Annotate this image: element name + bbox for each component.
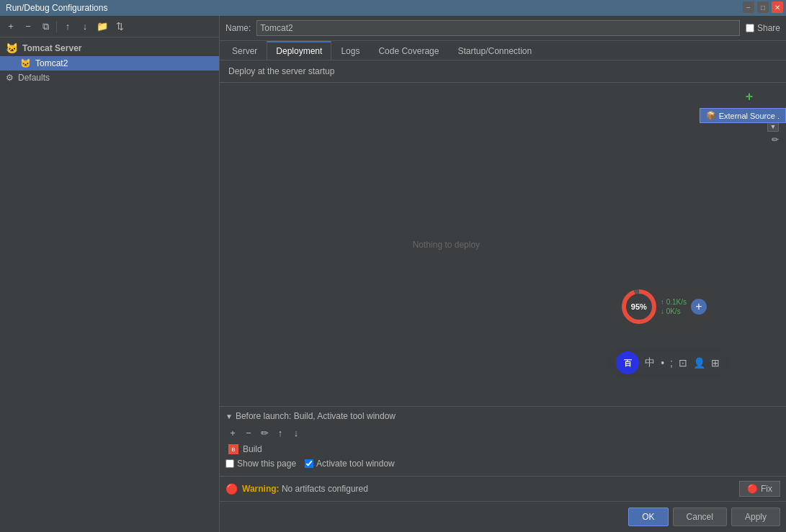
ok-button[interactable]: OK: [628, 508, 668, 526]
empty-deploy-message: Nothing to deploy: [413, 240, 480, 250]
apply-button[interactable]: Apply: [731, 508, 780, 526]
bl-remove-button[interactable]: −: [241, 425, 256, 440]
baidu-logo: 百: [616, 351, 639, 374]
defaults-label: Defaults: [18, 73, 50, 83]
fix-button[interactable]: 🔴 Fix: [739, 481, 780, 497]
cpu-download: ↓ 0K/s: [661, 307, 687, 315]
share-area: Share: [746, 23, 780, 33]
edit-icon[interactable]: ✏: [772, 135, 779, 145]
cpu-percent: 95%: [626, 294, 652, 320]
sort-button[interactable]: ⇅: [112, 19, 128, 35]
build-label: Build: [243, 444, 262, 454]
close-button[interactable]: ✕: [772, 1, 783, 13]
tab-server[interactable]: Server: [223, 41, 267, 60]
add-icon: +: [746, 89, 754, 104]
cpu-circle: 95%: [622, 289, 656, 324]
activate-window-checkbox[interactable]: [305, 459, 313, 468]
tree-item-tomcat2[interactable]: 🐱 Tomcat2: [0, 56, 219, 71]
external-source-label: External Source .: [719, 112, 780, 120]
activate-window-row: Activate tool window: [305, 459, 395, 469]
deploy-area: + 📦 External Source . ▲ ▼ ✏ Nothing to d…: [220, 83, 786, 406]
cpu-stats: ↑ 0.1K/s ↓ 0K/s: [661, 298, 687, 315]
fix-label: Fix: [761, 484, 772, 494]
share-label: Share: [757, 23, 780, 33]
defaults-icon: ⚙: [6, 73, 14, 83]
scroll-down-arrow[interactable]: ▼: [767, 122, 779, 132]
deploy-header-text: Deploy at the server startup: [228, 66, 334, 76]
baidu-icon-1[interactable]: 中: [645, 356, 655, 369]
copy-config-button[interactable]: ⧉: [37, 19, 53, 35]
warning-bar: 🔴 Warning: No artifacts configured 🔴 Fix: [220, 476, 786, 501]
tab-logs[interactable]: Logs: [331, 41, 369, 60]
baidu-icon-3[interactable]: ;: [670, 357, 673, 369]
maximize-button[interactable]: □: [757, 1, 769, 13]
tabs-bar: Server Deployment Logs Code Coverage Sta…: [220, 41, 786, 60]
before-launch-toolbar: + − ✏ ↑ ↓: [225, 425, 780, 440]
external-source-icon: 📦: [706, 111, 716, 120]
move-up-button[interactable]: ↑: [60, 19, 76, 35]
before-launch-header: ▼ Before launch: Build, Activate tool wi…: [225, 411, 780, 421]
baidu-icon-4[interactable]: ⊡: [679, 357, 687, 369]
warning-label: Warning:: [242, 484, 280, 494]
before-launch-options: Show this page Activate tool window: [225, 456, 780, 472]
left-toolbar: + − ⧉ ↑ ↓ 📁 ⇅: [0, 16, 219, 37]
move-down-button[interactable]: ↓: [77, 19, 93, 35]
cpu-add-button[interactable]: +: [691, 299, 707, 315]
show-page-row: Show this page: [225, 459, 296, 469]
cpu-widget: 95% ↑ 0.1K/s ↓ 0K/s +: [615, 287, 714, 327]
folder-button[interactable]: 📁: [94, 19, 110, 35]
window-controls: − □ ✕: [743, 1, 783, 13]
show-page-checkbox[interactable]: [225, 459, 234, 468]
build-item: B Build: [225, 443, 780, 456]
show-page-label: Show this page: [237, 459, 296, 469]
tab-code-coverage[interactable]: Code Coverage: [369, 41, 448, 60]
share-checkbox[interactable]: [746, 24, 754, 32]
baidu-widget: 百 中 • ; ⊡ 👤 ⊞: [607, 348, 728, 377]
right-panel: Name: Share Server Deployment Logs Code …: [220, 16, 786, 532]
activate-window-label: Activate tool window: [316, 459, 395, 469]
main-container: + − ⧉ ↑ ↓ 📁 ⇅ 🐱 Tomcat Server 🐱 Tomcat2 …: [0, 16, 786, 532]
warning-icon: 🔴: [225, 483, 238, 495]
warning-message: No artifacts configured: [282, 484, 368, 494]
name-input[interactable]: [256, 20, 740, 36]
tomcat-item-icon: 🐱: [20, 58, 31, 68]
remove-config-button[interactable]: −: [20, 19, 36, 35]
bl-down-button[interactable]: ↓: [289, 425, 303, 440]
warning-text: Warning: No artifacts configured: [242, 484, 739, 494]
tree-defaults[interactable]: ⚙ Defaults: [0, 71, 219, 85]
bl-add-button[interactable]: +: [225, 425, 240, 440]
bl-edit-button[interactable]: ✏: [257, 425, 272, 440]
tab-startup-connection[interactable]: Startup/Connection: [448, 41, 541, 60]
name-label: Name:: [225, 23, 251, 33]
cpu-upload: ↑ 0.1K/s: [661, 298, 687, 306]
tab-deployment[interactable]: Deployment: [267, 41, 331, 60]
cancel-button[interactable]: Cancel: [673, 508, 727, 526]
content-wrapper: Deploy at the server startup + 📦 Externa…: [220, 60, 786, 532]
title-bar: Run/Debug Configurations − □ ✕: [0, 0, 786, 16]
separator-1: [56, 21, 57, 32]
before-launch-section: ▼ Before launch: Build, Activate tool wi…: [220, 406, 786, 476]
before-launch-toggle[interactable]: ▼: [225, 412, 233, 420]
tomcat-group-icon: 🐱: [6, 42, 18, 54]
baidu-icon-5[interactable]: 👤: [693, 357, 705, 369]
build-icon: B: [228, 444, 238, 454]
left-panel: + − ⧉ ↑ ↓ 📁 ⇅ 🐱 Tomcat Server 🐱 Tomcat2 …: [0, 16, 220, 532]
config-tree: 🐱 Tomcat Server 🐱 Tomcat2 ⚙ Defaults: [0, 37, 219, 532]
external-source-dropdown[interactable]: 📦 External Source .: [700, 108, 786, 123]
baidu-icon-2[interactable]: •: [661, 357, 664, 369]
tree-group-tomcat-server: 🐱 Tomcat Server: [0, 40, 219, 56]
bl-up-button[interactable]: ↑: [273, 425, 287, 440]
bottom-buttons: OK Cancel Apply: [220, 501, 786, 532]
tree-group-label: Tomcat Server: [22, 43, 81, 53]
tree-item-label: Tomcat2: [35, 58, 68, 68]
before-launch-label: Before launch: Build, Activate tool wind…: [236, 411, 396, 421]
deploy-header: Deploy at the server startup: [220, 60, 786, 83]
add-artifact-button[interactable]: +: [741, 89, 757, 104]
name-row: Name: Share: [220, 16, 786, 41]
baidu-icon-6[interactable]: ⊞: [711, 357, 720, 369]
fix-icon: 🔴: [747, 484, 758, 494]
window-title: Run/Debug Configurations: [6, 3, 107, 13]
add-config-button[interactable]: +: [3, 19, 19, 35]
minimize-button[interactable]: −: [743, 1, 754, 13]
